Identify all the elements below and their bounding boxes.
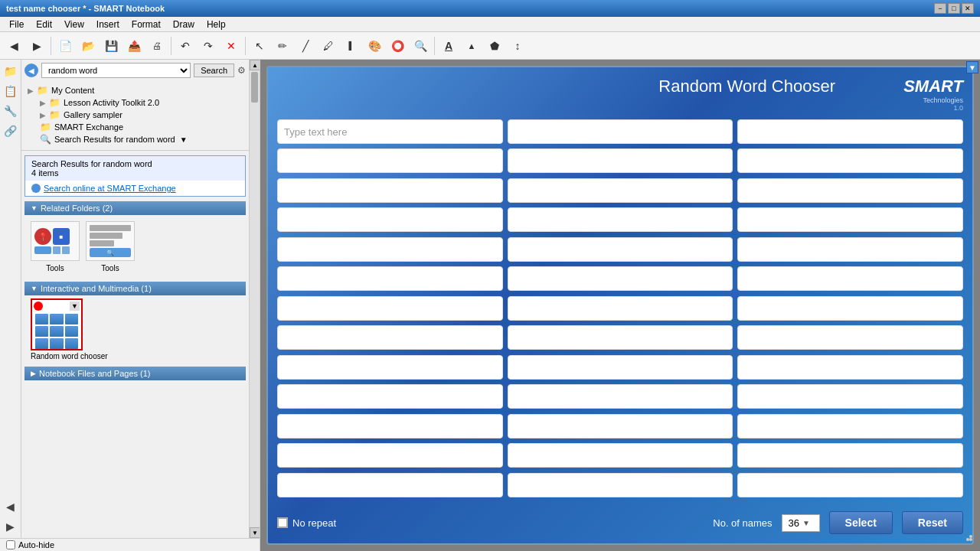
interactive-thumb[interactable]: ▼	[31, 298, 108, 360]
rwc-cell-15[interactable]	[277, 266, 503, 291]
search-online-link[interactable]: Search online at SMART Exchange	[25, 181, 245, 196]
rwc-cell-11[interactable]	[737, 207, 963, 232]
interactive-header[interactable]: ▼ Interactive and Multimedia (1)	[24, 282, 246, 295]
save-button[interactable]: 💾	[100, 35, 122, 57]
reset-button[interactable]: Reset	[902, 511, 963, 534]
rwc-cell-19[interactable]	[508, 296, 733, 321]
tree-item-exchange[interactable]: 📁 SMART Exchange	[28, 121, 243, 133]
gallery-nav-back[interactable]: ◀	[24, 64, 38, 77]
text-tool[interactable]: A	[438, 35, 459, 57]
new-button[interactable]: 📄	[54, 35, 76, 57]
rwc-cell-13[interactable]	[508, 237, 733, 262]
print-button[interactable]: 🖨	[146, 35, 168, 57]
notebook-header[interactable]: ▶ Notebook Files and Pages (1)	[24, 367, 246, 380]
rwc-cell-4[interactable]	[508, 148, 733, 173]
back-button[interactable]: ◀	[3, 35, 24, 57]
folder-item-tools-2[interactable]: 🔍 Tools	[86, 221, 135, 272]
resize-handle[interactable]	[963, 532, 972, 543]
rwc-cell-27[interactable]	[277, 384, 503, 409]
menu-file[interactable]: File	[3, 18, 30, 31]
open-button[interactable]: 📂	[77, 35, 99, 57]
rwc-cell-5[interactable]	[737, 148, 963, 173]
rwc-cell-26[interactable]	[737, 355, 963, 380]
count-arrow-icon[interactable]: ▼	[802, 519, 810, 527]
rwc-cell-22[interactable]	[508, 325, 733, 350]
rwc-cell-18[interactable]	[277, 296, 503, 321]
minimize-button[interactable]: −	[934, 3, 946, 14]
rwc-cell-37[interactable]	[508, 473, 733, 497]
rwc-cell-28[interactable]	[508, 384, 733, 409]
tree-item-gallery[interactable]: ▶ 📁 Gallery sampler	[28, 109, 243, 121]
gallery-dropdown[interactable]: random word	[41, 63, 191, 78]
addons-icon[interactable]: 🔗	[2, 122, 19, 139]
maximize-button[interactable]: □	[948, 3, 960, 14]
shapes-tool[interactable]: ⬟	[484, 35, 505, 57]
rwc-cell-32[interactable]	[737, 414, 963, 439]
rwc-cell-2[interactable]	[737, 119, 963, 144]
folder-item-tools-1[interactable]: 📍 ■ Tools	[31, 221, 80, 272]
forward-button[interactable]: ▶	[26, 35, 47, 57]
select-tool[interactable]: ↖	[249, 35, 270, 57]
rwc-cell-20[interactable]	[737, 296, 963, 321]
rwc-cell-9[interactable]	[277, 207, 503, 232]
marker-tool[interactable]: 🖊	[318, 35, 339, 57]
nav-forward-icon[interactable]: ▶	[2, 518, 19, 535]
highlight-tool[interactable]: ▲	[461, 35, 482, 57]
close-button[interactable]: ✕	[962, 3, 974, 14]
rwc-cell-6[interactable]	[277, 178, 503, 203]
menu-draw[interactable]: Draw	[167, 18, 201, 31]
gallery-icon[interactable]: 📁	[2, 63, 19, 80]
menu-help[interactable]: Help	[201, 18, 232, 31]
rwc-cell-33[interactable]	[277, 443, 503, 468]
tree-item-search-results[interactable]: 🔍 Search Results for random word ▼	[28, 133, 243, 145]
zoom-tool[interactable]: 🔍	[410, 35, 431, 57]
line-tool[interactable]: ╱	[295, 35, 316, 57]
auto-hide-checkbox[interactable]	[6, 540, 15, 549]
tree-item-toolkit[interactable]: ▶ 📁 Lesson Activity Toolkit 2.0	[28, 96, 243, 109]
thumb-dropdown-icon[interactable]: ▼	[70, 302, 80, 311]
properties-icon[interactable]: 🔧	[2, 103, 19, 119]
rwc-cell-17[interactable]	[737, 266, 963, 291]
export-button[interactable]: 📤	[123, 35, 145, 57]
undo-button[interactable]: ↶	[175, 35, 196, 57]
laser-tool[interactable]: ⭕	[387, 35, 408, 57]
search-button[interactable]: Search	[194, 64, 234, 77]
rwc-cell-29[interactable]	[737, 384, 963, 409]
rwc-cell-34[interactable]	[508, 443, 733, 468]
related-folders-header[interactable]: ▼ Related Folders (2)	[24, 201, 246, 215]
rwc-cell-8[interactable]	[737, 178, 963, 203]
rwc-cell-21[interactable]	[277, 325, 503, 350]
rwc-cell-25[interactable]	[508, 355, 733, 380]
select-button[interactable]: Select	[829, 511, 893, 534]
tree-item-my-content[interactable]: ▶ 📁 My Content	[28, 84, 243, 96]
rwc-cell-16[interactable]	[508, 266, 733, 291]
no-repeat-checkbox[interactable]	[277, 517, 288, 528]
rwc-cell-14[interactable]	[737, 237, 963, 262]
more-tool[interactable]: ↕	[507, 35, 528, 57]
redo-button[interactable]: ↷	[198, 35, 219, 57]
dropdown-arrow-icon[interactable]: ▼	[180, 135, 188, 144]
rwc-cell-23[interactable]	[737, 325, 963, 350]
menu-edit[interactable]: Edit	[30, 18, 58, 31]
rwc-cell-12[interactable]	[277, 237, 503, 262]
rwc-cell-24[interactable]	[277, 355, 503, 380]
rwc-cell-35[interactable]	[737, 443, 963, 468]
pages-icon[interactable]: 📋	[2, 83, 19, 99]
rwc-cell-30[interactable]	[277, 414, 503, 439]
rwc-cell-36[interactable]	[277, 473, 503, 497]
scroll-thumb[interactable]	[251, 72, 258, 103]
random-word-chooser-thumb[interactable]: ▼	[31, 298, 83, 350]
scroll-up-btn[interactable]: ▲	[250, 60, 260, 70]
nav-back-icon[interactable]: ◀	[2, 498, 19, 515]
menu-view[interactable]: View	[58, 18, 90, 31]
rwc-cell-3[interactable]	[277, 148, 503, 173]
menu-format[interactable]: Format	[126, 18, 167, 31]
pen-tool[interactable]: ✏	[272, 35, 293, 57]
fill-tool[interactable]: 🎨	[364, 35, 385, 57]
rwc-cell-10[interactable]	[508, 207, 733, 232]
rwc-cell-1[interactable]	[508, 119, 733, 144]
rwc-cell-0[interactable]: Type text here	[277, 119, 503, 144]
rwc-cell-7[interactable]	[508, 178, 733, 203]
search-options-icon[interactable]: ⚙	[237, 65, 246, 76]
widget-close-button[interactable]: ▼	[966, 61, 978, 73]
